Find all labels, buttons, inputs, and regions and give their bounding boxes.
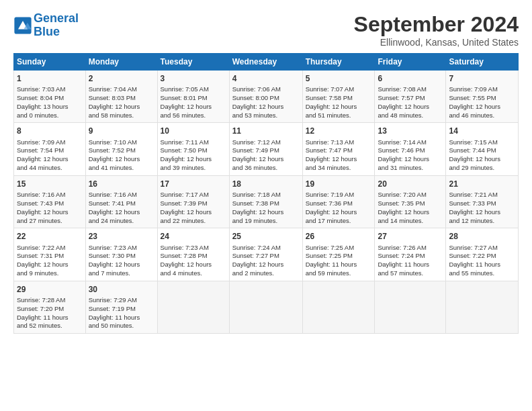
day-number: 2 — [89, 73, 154, 84]
day-info: Sunrise: 7:08 AMSunset: 7:57 PMDaylight:… — [378, 85, 443, 120]
calendar-cell: 24Sunrise: 7:23 AMSunset: 7:28 PMDayligh… — [157, 228, 229, 281]
day-info: Sunrise: 7:05 AMSunset: 8:01 PMDaylight:… — [161, 85, 226, 120]
logo-icon — [13, 16, 32, 35]
calendar-cell: 4Sunrise: 7:06 AMSunset: 8:00 PMDaylight… — [229, 71, 302, 123]
day-info: Sunrise: 7:27 AMSunset: 7:22 PMDaylight:… — [449, 244, 515, 278]
day-info: Sunrise: 7:29 AMSunset: 7:19 PMDaylight:… — [89, 296, 154, 330]
calendar-cell: 11Sunrise: 7:12 AMSunset: 7:49 PMDayligh… — [229, 123, 302, 175]
calendar-week-2: 8Sunrise: 7:09 AMSunset: 7:54 PMDaylight… — [14, 123, 519, 175]
calendar-cell: 9Sunrise: 7:10 AMSunset: 7:52 PMDaylight… — [85, 123, 157, 175]
day-info: Sunrise: 7:28 AMSunset: 7:20 PMDaylight:… — [17, 296, 83, 330]
calendar-cell: 14Sunrise: 7:15 AMSunset: 7:44 PMDayligh… — [446, 123, 519, 175]
day-info: Sunrise: 7:13 AMSunset: 7:47 PMDaylight:… — [306, 138, 372, 173]
calendar-body: 1Sunrise: 7:03 AMSunset: 8:04 PMDaylight… — [14, 71, 519, 334]
calendar-week-5: 29Sunrise: 7:28 AMSunset: 7:20 PMDayligh… — [14, 281, 519, 333]
day-info: Sunrise: 7:21 AMSunset: 7:33 PMDaylight:… — [449, 191, 515, 225]
calendar-cell: 1Sunrise: 7:03 AMSunset: 8:04 PMDaylight… — [14, 71, 86, 123]
day-info: Sunrise: 7:06 AMSunset: 8:00 PMDaylight:… — [232, 85, 300, 120]
day-info: Sunrise: 7:22 AMSunset: 7:31 PMDaylight:… — [17, 244, 83, 278]
calendar-cell: 25Sunrise: 7:24 AMSunset: 7:27 PMDayligh… — [229, 228, 302, 281]
logo: General Blue — [13, 12, 79, 39]
day-info: Sunrise: 7:11 AMSunset: 7:50 PMDaylight:… — [161, 138, 226, 173]
day-number: 18 — [232, 179, 300, 189]
day-info: Sunrise: 7:26 AMSunset: 7:24 PMDaylight:… — [378, 244, 443, 278]
calendar-cell: 19Sunrise: 7:19 AMSunset: 7:36 PMDayligh… — [302, 175, 375, 228]
calendar-cell: 30Sunrise: 7:29 AMSunset: 7:19 PMDayligh… — [85, 281, 157, 333]
day-number: 22 — [17, 231, 83, 242]
day-info: Sunrise: 7:12 AMSunset: 7:49 PMDaylight:… — [232, 138, 300, 173]
day-number: 7 — [449, 73, 515, 84]
day-info: Sunrise: 7:04 AMSunset: 8:03 PMDaylight:… — [89, 85, 154, 120]
logo-general: General — [34, 11, 79, 25]
day-number: 14 — [449, 126, 515, 136]
header-monday: Monday — [85, 54, 157, 71]
calendar-cell: 10Sunrise: 7:11 AMSunset: 7:50 PMDayligh… — [157, 123, 229, 175]
calendar-cell — [375, 281, 446, 333]
day-info: Sunrise: 7:14 AMSunset: 7:46 PMDaylight:… — [378, 138, 443, 173]
logo-text: General Blue — [34, 12, 79, 39]
calendar-cell: 20Sunrise: 7:20 AMSunset: 7:35 PMDayligh… — [375, 175, 446, 228]
day-number: 15 — [17, 179, 83, 189]
day-info: Sunrise: 7:09 AMSunset: 7:54 PMDaylight:… — [17, 138, 83, 173]
day-info: Sunrise: 7:15 AMSunset: 7:44 PMDaylight:… — [449, 138, 515, 173]
day-number: 8 — [17, 126, 83, 136]
calendar-cell: 12Sunrise: 7:13 AMSunset: 7:47 PMDayligh… — [302, 123, 375, 175]
calendar-cell — [302, 281, 375, 333]
header-wednesday: Wednesday — [229, 54, 302, 71]
day-info: Sunrise: 7:10 AMSunset: 7:52 PMDaylight:… — [89, 138, 154, 173]
calendar-cell: 8Sunrise: 7:09 AMSunset: 7:54 PMDaylight… — [14, 123, 86, 175]
day-number: 27 — [378, 231, 443, 242]
day-number: 12 — [306, 126, 372, 136]
calendar-cell — [157, 281, 229, 333]
calendar-cell — [229, 281, 302, 333]
day-number: 21 — [449, 179, 515, 189]
day-number: 24 — [161, 231, 226, 242]
calendar-header: Sunday Monday Tuesday Wednesday Thursday… — [14, 54, 519, 71]
header: General Blue September 2024 Ellinwood, K… — [13, 12, 519, 48]
day-number: 28 — [449, 231, 515, 242]
calendar-cell: 16Sunrise: 7:16 AMSunset: 7:41 PMDayligh… — [85, 175, 157, 228]
calendar-cell: 21Sunrise: 7:21 AMSunset: 7:33 PMDayligh… — [446, 175, 519, 228]
calendar-week-1: 1Sunrise: 7:03 AMSunset: 8:04 PMDaylight… — [14, 71, 519, 123]
day-number: 1 — [17, 73, 83, 84]
day-number: 13 — [378, 126, 443, 136]
day-info: Sunrise: 7:19 AMSunset: 7:36 PMDaylight:… — [306, 191, 372, 225]
page: General Blue September 2024 Ellinwood, K… — [0, 0, 532, 411]
day-info: Sunrise: 7:25 AMSunset: 7:25 PMDaylight:… — [306, 244, 372, 278]
calendar-cell: 28Sunrise: 7:27 AMSunset: 7:22 PMDayligh… — [446, 228, 519, 281]
calendar-week-4: 22Sunrise: 7:22 AMSunset: 7:31 PMDayligh… — [14, 228, 519, 281]
calendar-cell — [446, 281, 519, 333]
day-number: 10 — [161, 126, 226, 136]
day-info: Sunrise: 7:24 AMSunset: 7:27 PMDaylight:… — [232, 244, 300, 278]
day-info: Sunrise: 7:17 AMSunset: 7:39 PMDaylight:… — [161, 191, 226, 225]
day-info: Sunrise: 7:23 AMSunset: 7:30 PMDaylight:… — [89, 244, 154, 278]
day-number: 3 — [161, 73, 226, 84]
header-sunday: Sunday — [14, 54, 86, 71]
subtitle: Ellinwood, Kansas, United States — [354, 37, 519, 48]
day-number: 4 — [232, 73, 300, 84]
calendar-cell: 3Sunrise: 7:05 AMSunset: 8:01 PMDaylight… — [157, 71, 229, 123]
logo-blue: Blue — [34, 25, 60, 38]
calendar-cell: 22Sunrise: 7:22 AMSunset: 7:31 PMDayligh… — [14, 228, 86, 281]
calendar-cell: 26Sunrise: 7:25 AMSunset: 7:25 PMDayligh… — [302, 228, 375, 281]
calendar-cell: 2Sunrise: 7:04 AMSunset: 8:03 PMDaylight… — [85, 71, 157, 123]
header-tuesday: Tuesday — [157, 54, 229, 71]
calendar-cell: 7Sunrise: 7:09 AMSunset: 7:55 PMDaylight… — [446, 71, 519, 123]
day-number: 20 — [378, 179, 443, 189]
day-number: 26 — [306, 231, 372, 242]
calendar-cell: 5Sunrise: 7:07 AMSunset: 7:58 PMDaylight… — [302, 71, 375, 123]
day-number: 5 — [306, 73, 372, 84]
day-info: Sunrise: 7:03 AMSunset: 8:04 PMDaylight:… — [17, 85, 83, 120]
calendar-cell: 6Sunrise: 7:08 AMSunset: 7:57 PMDaylight… — [375, 71, 446, 123]
day-number: 25 — [232, 231, 300, 242]
day-info: Sunrise: 7:23 AMSunset: 7:28 PMDaylight:… — [161, 244, 226, 278]
day-number: 17 — [161, 179, 226, 189]
calendar-week-3: 15Sunrise: 7:16 AMSunset: 7:43 PMDayligh… — [14, 175, 519, 228]
day-number: 30 — [89, 284, 154, 295]
day-info: Sunrise: 7:16 AMSunset: 7:43 PMDaylight:… — [17, 191, 83, 225]
day-number: 11 — [232, 126, 300, 136]
calendar-cell: 15Sunrise: 7:16 AMSunset: 7:43 PMDayligh… — [14, 175, 86, 228]
calendar-cell: 27Sunrise: 7:26 AMSunset: 7:24 PMDayligh… — [375, 228, 446, 281]
header-row: Sunday Monday Tuesday Wednesday Thursday… — [14, 54, 519, 71]
day-info: Sunrise: 7:16 AMSunset: 7:41 PMDaylight:… — [89, 191, 154, 225]
